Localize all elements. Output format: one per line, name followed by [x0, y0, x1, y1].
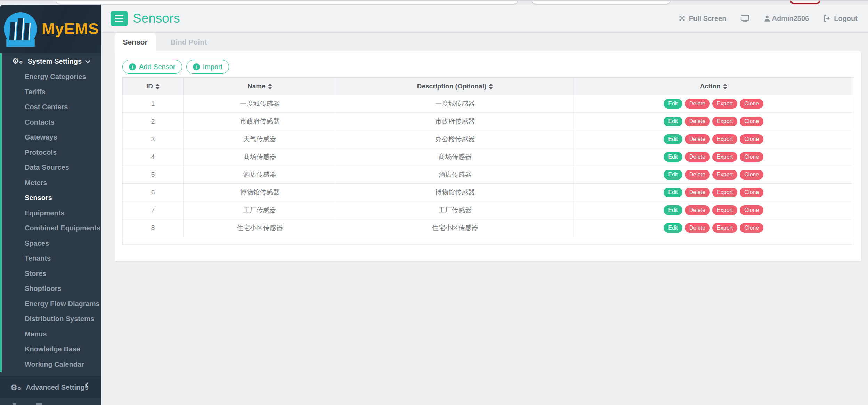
delete-button[interactable]: Delete	[685, 188, 710, 197]
sidebar-item-menus[interactable]: Menus	[2, 327, 101, 342]
edit-button[interactable]: Edit	[664, 223, 682, 233]
myems-logo[interactable]: MyEMS	[0, 5, 101, 53]
export-button[interactable]: Export	[712, 223, 737, 233]
sidebar-item-meters[interactable]: Meters	[2, 175, 101, 191]
export-button[interactable]: Export	[712, 205, 737, 215]
sidebar-item-cost-centers[interactable]: Cost Centers	[2, 100, 101, 115]
sidebar-item-energy-flow-diagrams[interactable]: Energy Flow Diagrams	[2, 296, 101, 312]
delete-button[interactable]: Delete	[685, 152, 710, 162]
sidebar-item-equipments[interactable]: Equipments	[2, 206, 101, 221]
sort-icon	[489, 84, 493, 89]
cell-id: 1	[123, 95, 184, 113]
toolbar: + Add Sensor + Import	[122, 60, 853, 74]
cell-name: 工厂传感器	[183, 201, 336, 219]
cell-id: 7	[123, 201, 184, 219]
add-sensor-button[interactable]: + Add Sensor	[122, 60, 182, 74]
sidebar-item-gateways[interactable]: Gateways	[2, 130, 101, 145]
display-toggle-button[interactable]	[740, 14, 749, 23]
edit-button[interactable]: Edit	[664, 134, 682, 144]
user-menu[interactable]: Admin2506	[763, 15, 809, 23]
clone-button[interactable]: Clone	[740, 152, 763, 162]
clone-button[interactable]: Clone	[740, 99, 763, 109]
cell-actions: EditDeleteExportClone	[574, 148, 853, 166]
clone-button[interactable]: Clone	[740, 188, 763, 197]
topbar-actions: Full Screen Admin2506 Logout	[678, 14, 858, 23]
column-header-action[interactable]: Action	[574, 78, 853, 95]
sidebar-item-working-calendar[interactable]: Working Calendar	[2, 357, 101, 372]
sidebar-item-contacts[interactable]: Contacts	[2, 115, 101, 130]
sidebar-item-tenants[interactable]: Tenants	[2, 251, 101, 266]
tab-bar: Sensor Bind Point	[115, 33, 868, 51]
cell-description: 工厂传感器	[336, 201, 574, 219]
export-button[interactable]: Export	[712, 117, 737, 126]
sensor-card: + Add Sensor + Import ID Name Descriptio…	[115, 51, 861, 261]
edit-button[interactable]: Edit	[664, 205, 682, 215]
delete-button[interactable]: Delete	[685, 99, 710, 109]
sidebar-item-tariffs[interactable]: Tariffs	[2, 85, 101, 100]
cell-description: 一度城传感器	[336, 95, 574, 113]
cell-actions: EditDeleteExportClone	[574, 184, 853, 201]
gears-icon: ⚙⚙	[12, 57, 23, 65]
import-button[interactable]: + Import	[186, 60, 229, 74]
clone-button[interactable]: Clone	[740, 223, 763, 233]
clone-button[interactable]: Clone	[740, 134, 763, 144]
cell-name: 博物馆传感器	[183, 184, 336, 201]
clone-button[interactable]: Clone	[740, 205, 763, 215]
delete-button[interactable]: Delete	[685, 117, 710, 126]
column-header-description[interactable]: Description (Optional)	[336, 78, 574, 95]
export-button[interactable]: Export	[712, 152, 737, 162]
column-header-id[interactable]: ID	[123, 78, 184, 95]
export-button[interactable]: Export	[712, 134, 737, 144]
edit-button[interactable]: Edit	[664, 152, 682, 162]
sidebar-group-advanced-settings[interactable]: ⚙⚙ Advanced Settings	[0, 376, 101, 398]
sidebar-item-knowledge-base[interactable]: Knowledge Base	[2, 342, 101, 357]
edit-button[interactable]: Edit	[664, 117, 682, 126]
export-button[interactable]: Export	[712, 188, 737, 197]
export-button[interactable]: Export	[712, 170, 737, 180]
column-header-name[interactable]: Name	[183, 78, 336, 95]
delete-button[interactable]: Delete	[685, 205, 710, 215]
sidebar-item-stores[interactable]: Stores	[2, 266, 101, 281]
edit-button[interactable]: Edit	[664, 99, 682, 109]
sidebar-item-protocols[interactable]: Protocols	[2, 145, 101, 160]
cell-name: 酒店传感器	[183, 166, 336, 184]
export-button[interactable]: Export	[712, 99, 737, 109]
chevron-down-icon	[85, 58, 91, 64]
sidebar-item-energy-categories[interactable]: Energy Categories	[2, 69, 101, 85]
cell-id: 3	[123, 130, 184, 148]
sidebar-item-distribution-systems[interactable]: Distribution Systems	[2, 311, 101, 327]
cell-description: 市政府传感器	[336, 113, 574, 130]
tab-sensor[interactable]: Sensor	[115, 33, 156, 51]
clone-button[interactable]: Clone	[740, 117, 763, 126]
table-row: 8 住宅小区传感器 住宅小区传感器 EditDeleteExportClone	[123, 219, 853, 237]
sidebar-item-shopfloors[interactable]: Shopfloors	[2, 281, 101, 296]
edit-button[interactable]: Edit	[664, 170, 682, 180]
delete-button[interactable]: Delete	[685, 134, 710, 144]
empty-footer-cell	[123, 237, 853, 245]
fullscreen-button[interactable]: Full Screen	[678, 15, 727, 23]
sidebar-item-data-sources[interactable]: Data Sources	[2, 160, 101, 175]
logout-button[interactable]: Logout	[823, 15, 858, 23]
cell-id: 5	[123, 166, 184, 184]
sidebar-item-combined-equipments[interactable]: Combined Equipments	[2, 221, 101, 236]
sidebar-toggle-button[interactable]	[111, 11, 128, 26]
sidebar-item-spaces[interactable]: Spaces	[2, 236, 101, 251]
table-row: 7 工厂传感器 工厂传感器 EditDeleteExportClone	[123, 201, 853, 219]
cell-actions: EditDeleteExportClone	[574, 130, 853, 148]
plus-circle-icon: +	[193, 63, 200, 70]
delete-button[interactable]: Delete	[685, 170, 710, 180]
edit-button[interactable]: Edit	[664, 188, 682, 197]
group-label: Advanced Settings	[26, 383, 89, 391]
browser-widget-remnant	[532, 0, 671, 4]
delete-button[interactable]: Delete	[685, 223, 710, 233]
tab-bind-point[interactable]: Bind Point	[170, 38, 207, 46]
clone-button[interactable]: Clone	[740, 170, 763, 180]
cell-description: 住宅小区传感器	[336, 219, 574, 237]
cut-off-menu-icon	[13, 403, 16, 405]
sidebar-group-system-settings[interactable]: ⚙⚙ System Settings	[2, 53, 101, 69]
table-row: 4 商场传感器 商场传感器 EditDeleteExportClone	[123, 148, 853, 166]
sidebar-item-sensors[interactable]: Sensors	[2, 190, 101, 206]
hamburger-icon	[115, 18, 123, 19]
browser-record-button-remnant	[790, 0, 820, 4]
main-content: Sensor Bind Point + Add Sensor + Import …	[101, 33, 868, 405]
